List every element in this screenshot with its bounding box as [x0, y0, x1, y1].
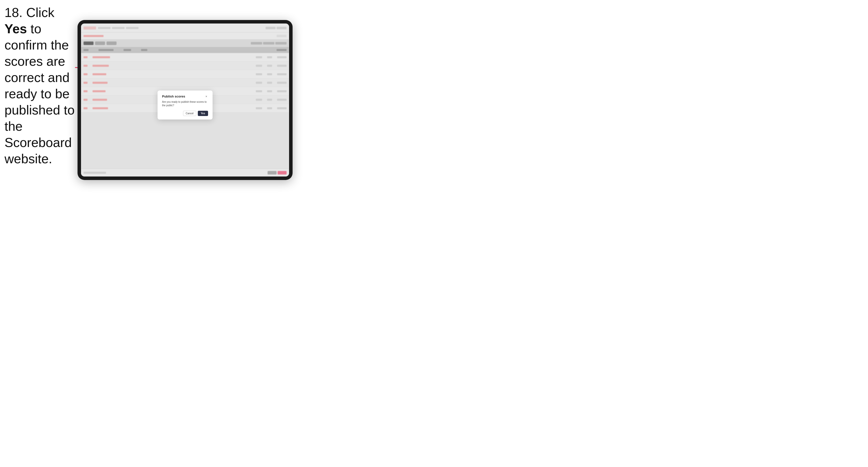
dialog-actions: Cancel Yes	[162, 111, 208, 116]
yes-button[interactable]: Yes	[198, 111, 208, 116]
close-icon[interactable]: ×	[205, 95, 208, 98]
tablet-screen: Publish scores × Are you ready to publis…	[81, 24, 289, 177]
bold-yes: Yes	[4, 22, 27, 36]
dialog-body: Are you ready to publish these scores to…	[162, 100, 208, 107]
dialog-header: Publish scores ×	[162, 94, 208, 98]
instruction-text-part2: to confirm the scores are correct and re…	[4, 22, 74, 166]
cancel-button[interactable]: Cancel	[183, 111, 196, 116]
publish-scores-dialog: Publish scores × Are you ready to publis…	[158, 91, 213, 120]
instruction-text: 18. Click Yes to confirm the scores are …	[4, 4, 77, 167]
dialog-title: Publish scores	[162, 94, 185, 98]
step-number: 18.	[4, 5, 23, 20]
dialog-overlay: Publish scores × Are you ready to publis…	[81, 24, 289, 177]
instruction-text-part1: Click	[23, 5, 54, 20]
tablet-device: Publish scores × Are you ready to publis…	[78, 20, 292, 180]
